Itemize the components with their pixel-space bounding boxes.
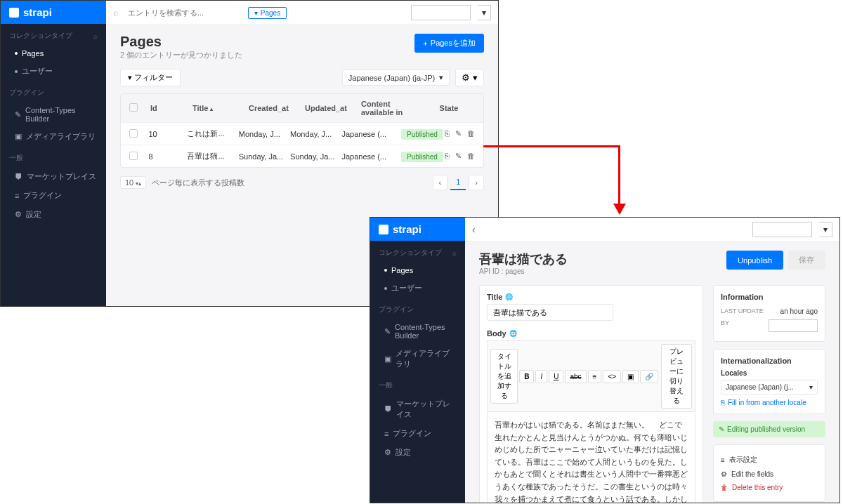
user-dropdown-caret[interactable]: ▾: [819, 222, 832, 237]
sidebar-item-settings[interactable]: ⚙設定: [370, 443, 465, 462]
row-checkbox[interactable]: [129, 152, 138, 160]
user-dropdown-caret[interactable]: ▾: [478, 5, 491, 20]
sidebar-item-pages[interactable]: Pages: [370, 262, 465, 279]
entry-api-id: API ID : pages: [479, 267, 568, 275]
scope-tag[interactable]: ▾Pages: [248, 7, 287, 19]
last-update-val: an hour ago: [780, 307, 818, 315]
col-updated[interactable]: Updated_at: [305, 104, 361, 112]
cell-content: Japanese (...: [341, 152, 399, 161]
delete-entry-action[interactable]: 🗑Delete this entry: [721, 481, 818, 494]
cell-id: 10: [148, 130, 187, 138]
search-input[interactable]: [125, 6, 241, 20]
i18n-panel: Internationalization Locales Japanese (J…: [713, 349, 825, 414]
edit-fields-action[interactable]: ⚙Edit the fields: [721, 467, 818, 481]
sidebar-item-marketplace[interactable]: ⛊マーケットプレイス: [1, 167, 106, 186]
sidebar-item-users[interactable]: ユーザー: [370, 279, 465, 298]
preview-toggle-button[interactable]: プレビューに切り替える: [661, 344, 692, 409]
per-page-select[interactable]: 10 ▾▴: [120, 176, 146, 189]
gear-icon: ⚙: [15, 210, 22, 219]
italic-button[interactable]: I: [535, 370, 547, 383]
list-settings-button[interactable]: ⚙ ▾: [455, 69, 484, 86]
col-title[interactable]: Title ▴: [192, 104, 249, 112]
delete-icon[interactable]: 🗑: [467, 152, 475, 161]
copy-icon[interactable]: ⎘: [445, 129, 450, 138]
delete-icon[interactable]: 🗑: [467, 129, 475, 138]
col-id[interactable]: Id: [150, 104, 192, 112]
logo[interactable]: strapi: [1, 1, 106, 24]
back-button[interactable]: ‹: [472, 224, 476, 235]
last-update-key: LAST UPDATE: [721, 307, 764, 315]
editing-version-banner: ✎Editing published version: [713, 421, 825, 437]
locale-select[interactable]: Japanese (Japan) (ja-JP)▾: [342, 69, 450, 86]
search-icon[interactable]: ⌕: [93, 32, 98, 40]
body-textarea[interactable]: 吾輩わがはいは猫である。名前はまだ無い。 どこで生れたかとんと見当けんとうがつか…: [487, 411, 695, 503]
sidebar-item-ctb[interactable]: ✎Content-Types Builder: [1, 102, 106, 127]
fill-from-locale-link[interactable]: ⎘Fill in from another locale: [721, 399, 818, 406]
cell-created: Sunday, Ja...: [239, 152, 290, 161]
unpublish-button[interactable]: Unpublish: [726, 251, 783, 270]
entry-header: 吾輩は猫である API ID : pages Unpublish 保存: [479, 251, 825, 275]
save-button[interactable]: 保存: [788, 251, 825, 270]
by-key: BY: [721, 319, 729, 332]
edit-icon[interactable]: ✎: [455, 129, 462, 138]
sidebar: strapi コレクションタイプ ⌕ Pages ユーザー プラグイン ✎Con…: [1, 1, 106, 306]
col-state[interactable]: State: [424, 104, 473, 112]
topbar: ⌕ ▾Pages ▾: [106, 1, 498, 25]
sidebar-item-pages[interactable]: Pages: [1, 45, 106, 62]
table-row[interactable]: 8 吾輩は猫... Sunday, Ja... Sunday, Ja... Ja…: [121, 145, 483, 167]
basket-icon: ⛊: [384, 405, 392, 413]
copy-icon[interactable]: ⎘: [445, 152, 450, 161]
image-button[interactable]: ▣: [622, 370, 639, 383]
bold-button[interactable]: B: [519, 370, 534, 383]
title-input[interactable]: [487, 304, 613, 321]
sidebar-item-plugins[interactable]: ≡プラグイン: [1, 186, 106, 205]
select-all-checkbox[interactable]: [129, 103, 138, 112]
filter-button[interactable]: ▾ フィルター: [120, 69, 181, 86]
locale-dropdown[interactable]: Japanese (Japan) (j...▾: [721, 380, 818, 394]
code-button[interactable]: <>: [603, 370, 621, 383]
list-toolbar: ▾ フィルター Japanese (Japan) (ja-JP)▾ ⚙ ▾: [120, 69, 484, 86]
edit-icon[interactable]: ✎: [455, 152, 462, 161]
cell-created: Monday, J...: [239, 130, 290, 138]
sidebar-item-media[interactable]: ▣メディアライブラリ: [370, 344, 465, 373]
basket-icon: ⛊: [15, 173, 22, 181]
table-row[interactable]: 10 これは新... Monday, J... Monday, J... Jap…: [121, 123, 483, 145]
sidebar-item-marketplace[interactable]: ⛊マーケットプレイス: [370, 394, 465, 424]
sidebar-item-settings[interactable]: ⚙設定: [1, 205, 106, 224]
sidebar-item-users[interactable]: ユーザー: [1, 62, 106, 81]
row-checkbox[interactable]: [129, 129, 138, 138]
arrow: [618, 145, 620, 207]
display-settings-action[interactable]: ≡表示設定: [721, 452, 818, 467]
user-select[interactable]: [411, 5, 471, 20]
sidebar-item-ctb[interactable]: ✎Content-Types Builder: [370, 319, 465, 344]
page-header: Pages 2 個のエントリーが見つかりました + Pagesを追加: [120, 34, 484, 60]
per-page-label: ページ毎に表示する投稿数: [152, 178, 244, 188]
sidebar-item-plugins[interactable]: ≡プラグイン: [370, 424, 465, 443]
brand-name: strapi: [393, 223, 422, 235]
i18n-heading: Internationalization: [721, 357, 818, 365]
strike-button[interactable]: abc: [565, 370, 586, 383]
underline-button[interactable]: U: [549, 370, 563, 383]
funnel-icon: ▾: [254, 9, 258, 17]
user-select[interactable]: [752, 222, 812, 237]
section-general: 一般: [1, 146, 106, 167]
col-created[interactable]: Created_at: [249, 104, 305, 112]
logo[interactable]: strapi: [370, 218, 465, 241]
search-icon[interactable]: ⌕: [452, 249, 457, 257]
sidebar-item-media[interactable]: ▣メディアライブラリ: [1, 127, 106, 146]
trash-icon: 🗑: [721, 484, 728, 491]
gear-icon: ⚙: [384, 448, 391, 457]
pagination-next[interactable]: ›: [469, 175, 484, 190]
list-button[interactable]: ≡: [588, 370, 602, 383]
search-icon: ⌕: [113, 8, 118, 18]
pagination-prev[interactable]: ‹: [433, 175, 448, 190]
add-entry-button[interactable]: + Pagesを追加: [414, 34, 484, 53]
by-val: [769, 319, 818, 332]
col-content[interactable]: Content available in: [361, 100, 424, 117]
section-plugins: プラグイン: [1, 81, 106, 102]
cell-updated: Monday, J...: [290, 130, 341, 138]
chevron-down-icon: ▾: [439, 73, 443, 82]
link-button[interactable]: 🔗: [640, 370, 658, 383]
add-title-button[interactable]: タイトルを追加する: [490, 349, 518, 404]
gear-icon: ⚙: [721, 470, 727, 478]
